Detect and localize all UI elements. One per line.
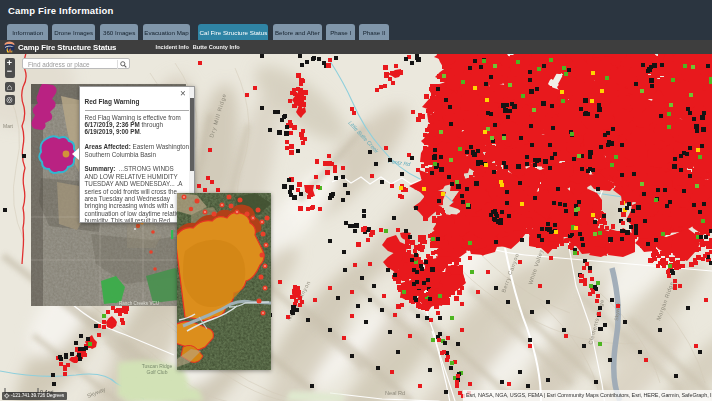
svg-text:Mart: Mart <box>3 123 14 129</box>
svg-text:Neal Rd: Neal Rd <box>385 390 405 396</box>
svg-text:Golf Club: Golf Club <box>147 369 168 375</box>
